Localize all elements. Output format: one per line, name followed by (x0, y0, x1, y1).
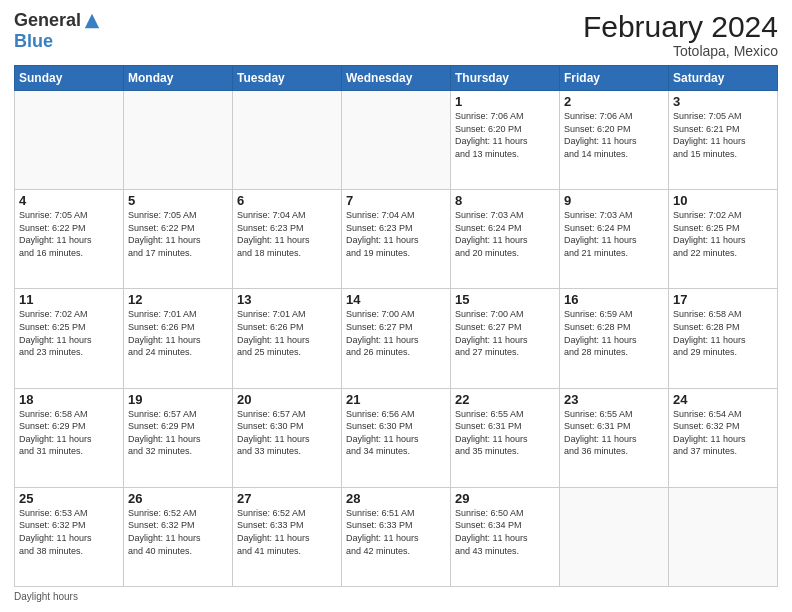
calendar-cell: 9Sunrise: 7:03 AM Sunset: 6:24 PM Daylig… (560, 190, 669, 289)
calendar-cell (669, 487, 778, 586)
day-number: 23 (564, 392, 664, 407)
day-info: Sunrise: 6:51 AM Sunset: 6:33 PM Dayligh… (346, 507, 446, 557)
day-info: Sunrise: 6:56 AM Sunset: 6:30 PM Dayligh… (346, 408, 446, 458)
calendar-cell: 23Sunrise: 6:55 AM Sunset: 6:31 PM Dayli… (560, 388, 669, 487)
day-number: 17 (673, 292, 773, 307)
day-info: Sunrise: 6:54 AM Sunset: 6:32 PM Dayligh… (673, 408, 773, 458)
day-number: 16 (564, 292, 664, 307)
day-number: 5 (128, 193, 228, 208)
day-number: 20 (237, 392, 337, 407)
svg-marker-0 (85, 13, 99, 27)
day-info: Sunrise: 6:57 AM Sunset: 6:29 PM Dayligh… (128, 408, 228, 458)
calendar-cell: 29Sunrise: 6:50 AM Sunset: 6:34 PM Dayli… (451, 487, 560, 586)
day-info: Sunrise: 6:50 AM Sunset: 6:34 PM Dayligh… (455, 507, 555, 557)
day-info: Sunrise: 6:55 AM Sunset: 6:31 PM Dayligh… (564, 408, 664, 458)
day-number: 10 (673, 193, 773, 208)
subtitle: Totolapa, Mexico (583, 43, 778, 59)
calendar-cell: 11Sunrise: 7:02 AM Sunset: 6:25 PM Dayli… (15, 289, 124, 388)
day-number: 9 (564, 193, 664, 208)
day-info: Sunrise: 7:02 AM Sunset: 6:25 PM Dayligh… (673, 209, 773, 259)
calendar-cell: 14Sunrise: 7:00 AM Sunset: 6:27 PM Dayli… (342, 289, 451, 388)
day-number: 8 (455, 193, 555, 208)
calendar-cell: 12Sunrise: 7:01 AM Sunset: 6:26 PM Dayli… (124, 289, 233, 388)
col-header-sunday: Sunday (15, 66, 124, 91)
day-number: 22 (455, 392, 555, 407)
calendar-cell: 24Sunrise: 6:54 AM Sunset: 6:32 PM Dayli… (669, 388, 778, 487)
day-info: Sunrise: 7:04 AM Sunset: 6:23 PM Dayligh… (346, 209, 446, 259)
week-row-2: 4Sunrise: 7:05 AM Sunset: 6:22 PM Daylig… (15, 190, 778, 289)
logo-text: General (14, 10, 101, 31)
calendar-cell (124, 91, 233, 190)
day-info: Sunrise: 6:57 AM Sunset: 6:30 PM Dayligh… (237, 408, 337, 458)
day-number: 6 (237, 193, 337, 208)
day-info: Sunrise: 7:01 AM Sunset: 6:26 PM Dayligh… (237, 308, 337, 358)
day-number: 7 (346, 193, 446, 208)
day-info: Sunrise: 6:59 AM Sunset: 6:28 PM Dayligh… (564, 308, 664, 358)
day-info: Sunrise: 7:01 AM Sunset: 6:26 PM Dayligh… (128, 308, 228, 358)
col-header-monday: Monday (124, 66, 233, 91)
day-info: Sunrise: 6:58 AM Sunset: 6:28 PM Dayligh… (673, 308, 773, 358)
day-number: 14 (346, 292, 446, 307)
footer: Daylight hours (14, 591, 778, 602)
calendar-cell: 26Sunrise: 6:52 AM Sunset: 6:32 PM Dayli… (124, 487, 233, 586)
day-info: Sunrise: 7:04 AM Sunset: 6:23 PM Dayligh… (237, 209, 337, 259)
day-info: Sunrise: 7:00 AM Sunset: 6:27 PM Dayligh… (346, 308, 446, 358)
calendar-cell: 25Sunrise: 6:53 AM Sunset: 6:32 PM Dayli… (15, 487, 124, 586)
calendar-cell: 19Sunrise: 6:57 AM Sunset: 6:29 PM Dayli… (124, 388, 233, 487)
day-info: Sunrise: 6:52 AM Sunset: 6:32 PM Dayligh… (128, 507, 228, 557)
day-number: 24 (673, 392, 773, 407)
day-info: Sunrise: 6:52 AM Sunset: 6:33 PM Dayligh… (237, 507, 337, 557)
calendar-cell: 17Sunrise: 6:58 AM Sunset: 6:28 PM Dayli… (669, 289, 778, 388)
day-number: 18 (19, 392, 119, 407)
day-info: Sunrise: 7:05 AM Sunset: 6:22 PM Dayligh… (19, 209, 119, 259)
calendar-cell: 13Sunrise: 7:01 AM Sunset: 6:26 PM Dayli… (233, 289, 342, 388)
week-row-5: 25Sunrise: 6:53 AM Sunset: 6:32 PM Dayli… (15, 487, 778, 586)
day-number: 19 (128, 392, 228, 407)
calendar-cell: 27Sunrise: 6:52 AM Sunset: 6:33 PM Dayli… (233, 487, 342, 586)
calendar-cell: 20Sunrise: 6:57 AM Sunset: 6:30 PM Dayli… (233, 388, 342, 487)
day-info: Sunrise: 7:06 AM Sunset: 6:20 PM Dayligh… (455, 110, 555, 160)
calendar-cell: 18Sunrise: 6:58 AM Sunset: 6:29 PM Dayli… (15, 388, 124, 487)
header: General Blue February 2024 Totolapa, Mex… (14, 10, 778, 59)
day-number: 2 (564, 94, 664, 109)
calendar-cell: 10Sunrise: 7:02 AM Sunset: 6:25 PM Dayli… (669, 190, 778, 289)
day-number: 27 (237, 491, 337, 506)
calendar-cell: 15Sunrise: 7:00 AM Sunset: 6:27 PM Dayli… (451, 289, 560, 388)
calendar-cell: 4Sunrise: 7:05 AM Sunset: 6:22 PM Daylig… (15, 190, 124, 289)
day-info: Sunrise: 7:00 AM Sunset: 6:27 PM Dayligh… (455, 308, 555, 358)
col-header-friday: Friday (560, 66, 669, 91)
logo-icon (83, 12, 101, 30)
col-header-tuesday: Tuesday (233, 66, 342, 91)
day-number: 15 (455, 292, 555, 307)
day-info: Sunrise: 7:03 AM Sunset: 6:24 PM Dayligh… (564, 209, 664, 259)
col-header-saturday: Saturday (669, 66, 778, 91)
calendar-cell: 2Sunrise: 7:06 AM Sunset: 6:20 PM Daylig… (560, 91, 669, 190)
calendar-cell: 7Sunrise: 7:04 AM Sunset: 6:23 PM Daylig… (342, 190, 451, 289)
calendar-cell (560, 487, 669, 586)
calendar-cell: 16Sunrise: 6:59 AM Sunset: 6:28 PM Dayli… (560, 289, 669, 388)
day-number: 12 (128, 292, 228, 307)
day-number: 28 (346, 491, 446, 506)
day-number: 13 (237, 292, 337, 307)
day-info: Sunrise: 7:05 AM Sunset: 6:21 PM Dayligh… (673, 110, 773, 160)
week-row-4: 18Sunrise: 6:58 AM Sunset: 6:29 PM Dayli… (15, 388, 778, 487)
logo-blue: Blue (14, 31, 53, 52)
day-number: 1 (455, 94, 555, 109)
calendar-cell: 6Sunrise: 7:04 AM Sunset: 6:23 PM Daylig… (233, 190, 342, 289)
calendar-cell: 22Sunrise: 6:55 AM Sunset: 6:31 PM Dayli… (451, 388, 560, 487)
day-info: Sunrise: 7:03 AM Sunset: 6:24 PM Dayligh… (455, 209, 555, 259)
calendar-cell: 21Sunrise: 6:56 AM Sunset: 6:30 PM Dayli… (342, 388, 451, 487)
week-row-3: 11Sunrise: 7:02 AM Sunset: 6:25 PM Dayli… (15, 289, 778, 388)
day-info: Sunrise: 7:06 AM Sunset: 6:20 PM Dayligh… (564, 110, 664, 160)
col-header-thursday: Thursday (451, 66, 560, 91)
calendar-table: SundayMondayTuesdayWednesdayThursdayFrid… (14, 65, 778, 587)
day-info: Sunrise: 6:53 AM Sunset: 6:32 PM Dayligh… (19, 507, 119, 557)
day-number: 11 (19, 292, 119, 307)
day-number: 3 (673, 94, 773, 109)
calendar-header-row: SundayMondayTuesdayWednesdayThursdayFrid… (15, 66, 778, 91)
calendar-cell (342, 91, 451, 190)
logo: General Blue (14, 10, 101, 52)
calendar-cell: 1Sunrise: 7:06 AM Sunset: 6:20 PM Daylig… (451, 91, 560, 190)
day-number: 26 (128, 491, 228, 506)
week-row-1: 1Sunrise: 7:06 AM Sunset: 6:20 PM Daylig… (15, 91, 778, 190)
